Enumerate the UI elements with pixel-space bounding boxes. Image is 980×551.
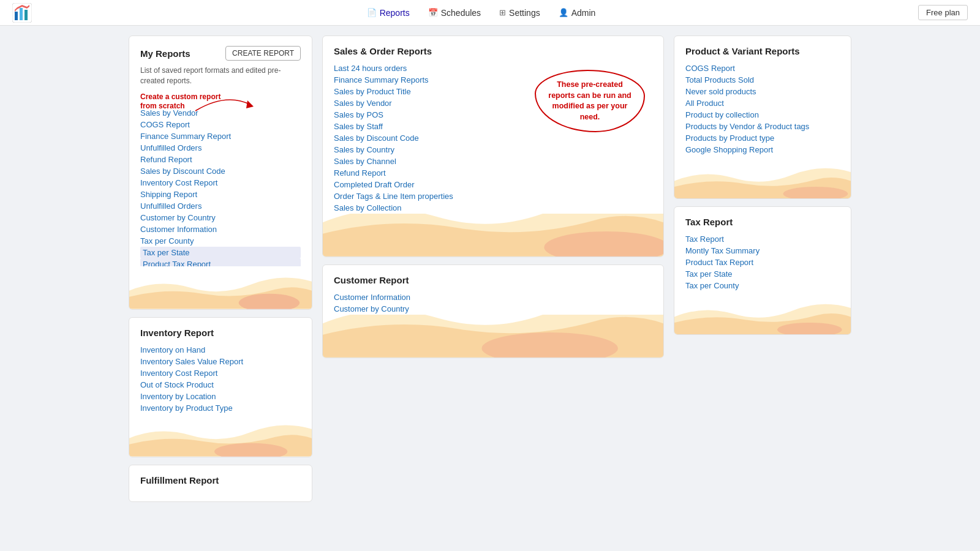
tax-report-card: Tax Report Tax ReportMontly Tax SummaryP…	[674, 206, 851, 335]
product-variant-link[interactable]: Total Products Sold	[685, 74, 840, 86]
inventory-report-link[interactable]: Inventory Sales Value Report	[140, 356, 301, 367]
product-variant-title: Product & Variant Reports	[685, 46, 840, 56]
customer-report-card: Customer Report Customer InformationCust…	[322, 264, 664, 358]
inventory-report-link[interactable]: Out of Stock Product	[140, 379, 301, 391]
sales-wave	[323, 214, 663, 257]
create-report-button[interactable]: CREATE REPORT	[225, 46, 301, 61]
customer-report-link[interactable]: Customer by Country	[334, 303, 652, 315]
svg-rect-2	[20, 8, 23, 20]
tax-report-link[interactable]: Montly Tax Summary	[685, 245, 840, 257]
nav-schedules[interactable]: 📅 Schedules	[428, 8, 481, 18]
tax-wave	[674, 293, 851, 334]
tax-report-link[interactable]: Tax per State	[685, 268, 840, 280]
inventory-report-card: Inventory Report Inventory on HandInvent…	[129, 317, 312, 457]
my-report-item[interactable]: Sales by Discount Code	[140, 165, 301, 177]
settings-icon: ⊞	[499, 8, 506, 17]
product-variant-link[interactable]: Google Shopping Report	[685, 144, 840, 156]
sales-order-link[interactable]: Sales by Collection	[334, 202, 652, 214]
inventory-report-link[interactable]: Inventory Cost Report	[140, 367, 301, 379]
my-report-item[interactable]: Shipping Report	[140, 189, 301, 200]
free-plan-button[interactable]: Free plan	[918, 5, 968, 20]
inventory-wave	[129, 414, 312, 457]
left-column: My Reports CREATE REPORT List of saved r…	[129, 36, 312, 502]
sales-order-link[interactable]: Sales by Discount Code	[334, 132, 652, 144]
reports-icon: 📄	[367, 8, 377, 17]
inventory-report-link[interactable]: Inventory by Product Type	[140, 402, 301, 414]
my-report-item[interactable]: Finance Summary Report	[140, 130, 301, 142]
nav-settings[interactable]: ⊞ Settings	[499, 8, 540, 18]
right-columns: Sales & Order Reports These pre-created …	[322, 36, 851, 502]
my-reports-card: My Reports CREATE REPORT List of saved r…	[129, 36, 312, 310]
schedules-icon: 📅	[428, 8, 438, 17]
my-report-item[interactable]: Inventory Cost Report	[140, 177, 301, 189]
sales-order-reports-card: Sales & Order Reports These pre-created …	[322, 36, 664, 257]
tax-report-link[interactable]: Tax Report	[685, 233, 840, 245]
product-variant-link[interactable]: COGS Report	[685, 62, 840, 74]
sales-order-link[interactable]: Order Tags & Line Item properties	[334, 190, 652, 202]
my-report-item[interactable]: Tax per County	[140, 235, 301, 247]
tax-report-title: Tax Report	[685, 217, 840, 227]
middle-column: Sales & Order Reports These pre-created …	[322, 36, 664, 502]
product-variant-link[interactable]: All Product	[685, 97, 840, 109]
arrow-annotation	[189, 86, 263, 120]
inventory-report-title: Inventory Report	[140, 328, 301, 338]
sales-order-link[interactable]: Completed Draft Order	[334, 179, 652, 190]
admin-icon: 👤	[559, 8, 568, 17]
far-right-column: Product & Variant Reports COGS ReportTot…	[674, 36, 851, 502]
main-content: My Reports CREATE REPORT List of saved r…	[116, 26, 864, 512]
header: 📄 Reports 📅 Schedules ⊞ Settings 👤 Admin…	[0, 0, 980, 26]
inventory-report-link[interactable]: Inventory by Location	[140, 391, 301, 402]
app-logo	[12, 3, 32, 23]
my-report-item[interactable]: Unfulfilled Orders	[140, 200, 301, 212]
fulfillment-report-title: Fulfillment Report	[140, 475, 301, 485]
my-reports-title: My Reports	[140, 48, 190, 59]
main-nav: 📄 Reports 📅 Schedules ⊞ Settings 👤 Admin	[44, 8, 918, 18]
my-report-item[interactable]: Refund Report	[140, 154, 301, 165]
svg-rect-3	[24, 10, 28, 20]
nav-reports[interactable]: 📄 Reports	[367, 8, 410, 18]
sales-order-link[interactable]: Sales by Channel	[334, 156, 652, 167]
product-variant-card: Product & Variant Reports COGS ReportTot…	[674, 36, 851, 199]
product-variant-link[interactable]: Products by Product type	[685, 132, 840, 144]
my-report-item[interactable]: Customer Information	[140, 223, 301, 235]
sales-order-link[interactable]: Sales by Country	[334, 144, 652, 156]
tax-report-link[interactable]: Product Tax Report	[685, 257, 840, 268]
my-reports-list: Sales by VendorCOGS ReportFinance Summar…	[140, 107, 301, 266]
my-report-item[interactable]: COGS Report	[140, 119, 301, 130]
customer-report-link[interactable]: Customer Information	[334, 291, 652, 303]
sales-order-title: Sales & Order Reports	[334, 46, 652, 56]
my-report-item[interactable]: Tax per State	[140, 247, 301, 258]
svg-marker-5	[246, 100, 254, 108]
wave-decoration	[129, 266, 312, 309]
product-variant-link[interactable]: Products by Vendor & Product tags	[685, 121, 840, 132]
customer-wave	[323, 315, 663, 358]
nav-admin[interactable]: 👤 Admin	[559, 8, 596, 18]
tax-report-link[interactable]: Tax per County	[685, 280, 840, 291]
fulfillment-report-card: Fulfillment Report	[129, 465, 312, 502]
svg-rect-1	[15, 12, 18, 20]
inventory-report-link[interactable]: Inventory on Hand	[140, 344, 301, 356]
product-variant-link[interactable]: Never sold products	[685, 86, 840, 97]
customer-report-title: Customer Report	[334, 275, 652, 285]
sales-order-link[interactable]: Refund Report	[334, 167, 652, 179]
my-report-item[interactable]: Product Tax Report	[140, 258, 301, 266]
product-wave	[674, 157, 851, 198]
my-report-item[interactable]: Unfulfilled Orders	[140, 142, 301, 154]
product-variant-link[interactable]: Product by collection	[685, 109, 840, 121]
my-report-item[interactable]: Customer by Country	[140, 212, 301, 223]
my-reports-description: List of saved report formats and edited …	[140, 66, 301, 86]
